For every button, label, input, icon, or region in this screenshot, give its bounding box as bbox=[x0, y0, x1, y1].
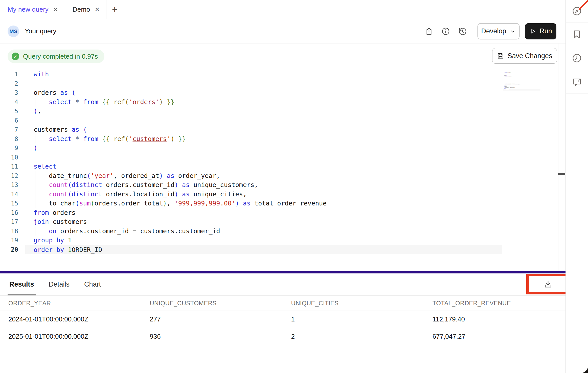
line-number-gutter: 1234567891011121314151617181920 bbox=[0, 70, 25, 254]
code-line[interactable]: join customers bbox=[25, 217, 502, 227]
code-lines[interactable]: withorders as ( select * from {{ ref('or… bbox=[25, 70, 502, 254]
line-number: 20 bbox=[0, 245, 18, 254]
scrollbar-handle[interactable] bbox=[558, 173, 565, 175]
history-icon bbox=[458, 27, 467, 36]
code-line[interactable] bbox=[25, 153, 502, 162]
close-icon[interactable]: ✕ bbox=[53, 6, 58, 13]
tab-my-new-query[interactable]: My new query ✕ bbox=[0, 0, 65, 19]
panel-resize-divider[interactable] bbox=[0, 271, 566, 273]
download-icon bbox=[544, 279, 553, 289]
ai-assistant-button[interactable] bbox=[566, 70, 588, 94]
code-line[interactable]: date_trunc('year', ordered_at) as order_… bbox=[25, 171, 502, 181]
table-cell: 2 bbox=[283, 333, 424, 340]
table-cell: 2025-01-01T00:00:00.000Z bbox=[0, 333, 141, 340]
code-line[interactable] bbox=[25, 79, 502, 88]
editor-right-border bbox=[558, 43, 558, 271]
minimap[interactable]: withorders as ( select * from {{ ref('or… bbox=[503, 69, 541, 93]
close-icon[interactable]: ✕ bbox=[95, 6, 100, 13]
bookmarks-button[interactable] bbox=[566, 22, 588, 46]
code-line[interactable]: select bbox=[25, 162, 502, 171]
table-row: 2025-01-01T00:00:00.000Z9362677,047.27 bbox=[0, 328, 566, 345]
column-header[interactable]: UNIQUE_CUSTOMERS bbox=[141, 300, 283, 307]
indent-guide bbox=[35, 98, 35, 107]
tab-label: Demo bbox=[73, 6, 90, 13]
code-line[interactable]: count(distinct orders.location_id) as un… bbox=[25, 190, 502, 199]
code-line[interactable]: group by 1 bbox=[25, 236, 502, 245]
play-icon bbox=[529, 28, 536, 35]
table-cell: 112,179.40 bbox=[424, 315, 566, 323]
line-number: 6 bbox=[0, 116, 18, 125]
code-line[interactable] bbox=[25, 116, 502, 125]
code-line[interactable]: ) bbox=[25, 144, 502, 153]
status-message: Query completed in 0.97s bbox=[23, 53, 98, 60]
download-button[interactable] bbox=[540, 276, 556, 292]
code-line[interactable]: count(distinct orders.customer_id) as un… bbox=[25, 180, 502, 190]
results-panel: Results Details Chart ORDER_YEARUNIQUE_C… bbox=[0, 273, 566, 373]
line-number: 10 bbox=[0, 153, 18, 162]
line-number: 12 bbox=[0, 171, 18, 181]
indent-guide bbox=[35, 134, 35, 144]
line-number: 16 bbox=[0, 208, 18, 218]
share-button[interactable] bbox=[422, 25, 436, 38]
history-button[interactable] bbox=[456, 25, 469, 38]
code-line[interactable]: orders as ( bbox=[25, 88, 502, 98]
share-icon bbox=[424, 27, 434, 36]
run-label: Run bbox=[539, 27, 552, 35]
line-number: 5 bbox=[0, 107, 18, 116]
indent-guide bbox=[35, 227, 35, 236]
develop-dropdown[interactable]: Develop bbox=[478, 23, 519, 39]
code-line[interactable]: customers as ( bbox=[25, 125, 502, 134]
results-tab-bar: Results Details Chart bbox=[0, 273, 566, 296]
column-header[interactable]: ORDER_YEAR bbox=[0, 300, 141, 307]
code-line[interactable]: on orders.customer_id = customers.custom… bbox=[25, 227, 502, 236]
save-label: Save Changes bbox=[507, 52, 552, 60]
line-number: 4 bbox=[0, 98, 18, 107]
history-panel-button[interactable] bbox=[566, 46, 588, 70]
tab-demo[interactable]: Demo ✕ bbox=[65, 0, 106, 19]
code-line[interactable]: with bbox=[25, 70, 502, 79]
code-line[interactable]: select * from {{ ref('customers') }} bbox=[25, 134, 502, 144]
save-changes-button[interactable]: Save Changes bbox=[492, 48, 557, 64]
code-line[interactable]: ), bbox=[25, 107, 502, 116]
code-area[interactable]: 1234567891011121314151617181920 withorde… bbox=[0, 70, 502, 254]
sql-editor: ✓ Query completed in 0.97s Save Changes … bbox=[0, 43, 566, 271]
indent-guide bbox=[35, 190, 35, 199]
check-icon: ✓ bbox=[12, 53, 19, 60]
indent-guide bbox=[35, 199, 35, 208]
tab-details[interactable]: Details bbox=[49, 273, 70, 295]
right-sidebar bbox=[566, 0, 588, 373]
code-line[interactable]: from orders bbox=[25, 208, 502, 218]
app-window: My new query ✕ Demo ✕ + MS Your query De… bbox=[0, 0, 588, 373]
clock-icon bbox=[572, 53, 582, 63]
info-button[interactable] bbox=[439, 25, 452, 38]
table-row: 2024-01-01T00:00:00.000Z2771112,179.40 bbox=[0, 311, 566, 328]
page-title: Your query bbox=[25, 27, 56, 35]
code-line[interactable]: select * from {{ ref('orders') }} bbox=[25, 98, 502, 107]
code-line[interactable]: to_char(sum(orders.order_total), '999,99… bbox=[25, 199, 502, 208]
indent-guide bbox=[35, 171, 35, 181]
table-cell: 677,047.27 bbox=[424, 333, 566, 340]
code-line[interactable]: order by 1ORDER_ID bbox=[503, 89, 540, 90]
chat-sparkles-icon bbox=[572, 77, 582, 87]
table-cell: 2024-01-01T00:00:00.000Z bbox=[0, 315, 141, 323]
annotation-red-box bbox=[526, 274, 570, 294]
code-line[interactable]: order by 1ORDER_ID bbox=[25, 245, 502, 254]
develop-label: Develop bbox=[481, 27, 506, 35]
run-button[interactable]: Run bbox=[525, 23, 556, 39]
tab-chart[interactable]: Chart bbox=[84, 273, 101, 295]
new-tab-button[interactable]: + bbox=[106, 0, 123, 19]
line-number: 3 bbox=[0, 88, 18, 98]
minimap-code[interactable]: withorders as ( select * from {{ ref('or… bbox=[503, 69, 540, 90]
save-icon bbox=[497, 52, 504, 60]
line-number: 19 bbox=[0, 236, 18, 245]
column-header[interactable]: TOTAL_ORDER_REVENUE bbox=[424, 300, 566, 307]
tab-label: My new query bbox=[8, 6, 49, 13]
table-cell: 277 bbox=[141, 315, 283, 323]
line-number: 2 bbox=[0, 79, 18, 88]
line-number: 9 bbox=[0, 144, 18, 153]
line-number: 13 bbox=[0, 180, 18, 190]
column-header[interactable]: UNIQUE_CITIES bbox=[283, 300, 424, 307]
line-number: 11 bbox=[0, 162, 18, 171]
line-number: 8 bbox=[0, 134, 18, 144]
tab-results[interactable]: Results bbox=[9, 273, 34, 295]
